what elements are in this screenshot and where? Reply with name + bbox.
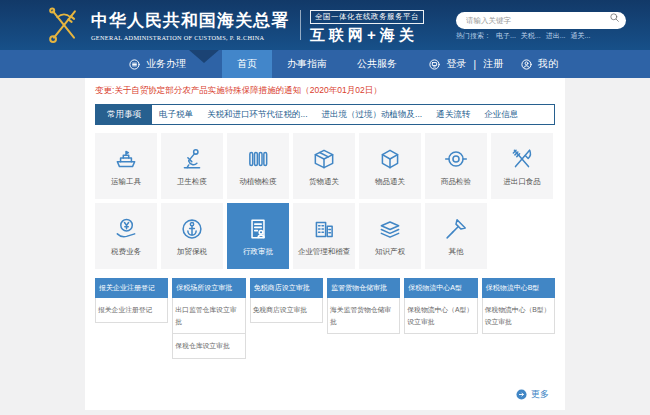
anchor-icon [179,216,205,242]
tab-tariff[interactable]: 关税和进口环节代征税的... [200,105,315,124]
hot-search-terms: 电子...关税...进出...通关... [496,31,590,41]
buildings-icon [311,216,337,242]
approval-category-button-customs-broker-reg[interactable]: 报关企业注册登记 [95,278,168,298]
approval-column-duty-free-shop: 免税商店设立审批免税商店设立审批 [250,278,323,323]
service-row: 税费业务加贸保税行政审批企业管理和稽查知识产权其他 [95,203,555,269]
service-row: 运输工具卫生检疫动植物检疫货物通关物品通关商品检验进出口食品 [95,133,555,199]
more-arrow-icon [516,389,527,400]
search-icon[interactable] [609,12,620,23]
services-grid: 运输工具卫生检疫动植物检疫货物通关物品通关商品检验进出口食品税费业务加贸保税行政… [85,125,565,269]
service-tile-buildings[interactable]: 企业管理和稽查 [293,203,355,269]
service-tile-label: 卫生检疫 [177,177,207,187]
platform-name: 互联网+海关 [310,26,424,45]
nav-account-area: 登录 | 注册 我的 [428,57,558,71]
approval-category-button-supervised-warehouse[interactable]: 监管货物仓储审批 [327,278,400,298]
approval-column-customs-broker-reg: 报关企业注册登记报关企业注册登记 [95,278,168,323]
approval-category-button-bonded-logistics-b[interactable]: 保税物流中心B型 [482,278,555,298]
approval-category-button-bonded-logistics-a[interactable]: 保税物流中心A型 [404,278,477,298]
quarantine-bars-icon [245,146,271,172]
service-tile-quarantine-bars[interactable]: 动植物检疫 [227,133,289,199]
service-tile-label: 税费业务 [111,247,141,257]
search-box [456,9,626,26]
site-title: 中华人民共和国海关总署 [91,9,289,32]
auth-separator: | [473,59,476,70]
service-tile-label: 加贸保税 [177,247,207,257]
tab-clearance-flow[interactable]: 通关流转 [429,105,477,124]
login-monitor-icon [428,58,441,71]
tab-e-tax-bill[interactable]: 电子税单 [152,105,200,124]
service-tile-ship[interactable]: 运输工具 [95,133,157,199]
hot-search-term[interactable]: 通关... [571,31,591,41]
platform-slogan: 全国一体化在线政务服务平台 互联网+海关 [310,5,424,45]
approval-item-link[interactable]: 保税仓库设立审批 [172,334,245,359]
service-tile-label: 商品检验 [441,177,471,187]
pushpin-icon [443,216,469,242]
nav-item-home[interactable]: 首页 [222,50,272,78]
approval-column-bonded-logistics-b: 保税物流中心B型保税物流中心（B型）设立审批 [482,278,555,334]
business-menu-button[interactable]: 业务办理 [128,57,186,71]
register-link[interactable]: 注册 [483,57,503,71]
category-tabbar: 常用事项电子税单关税和进口环节代征税的...进出境（过境）动植物及...通关流转… [95,104,555,125]
approval-doc-icon [245,216,271,242]
nav-item-public-service[interactable]: 公共服务 [342,50,412,78]
service-tile-label: 其他 [449,247,464,257]
search-area: 热门搜索： 电子...关税...进出...通关... [456,9,626,41]
platform-tag: 全国一体化在线政务服务平台 [310,10,424,24]
tab-common[interactable]: 常用事项 [96,105,152,124]
header-divider [300,10,301,40]
content-card: 变更:关于自贸协定部分农产品实施特殊保障措施的通知（2020年01月02日） 常… [85,78,565,410]
service-tile-pushpin[interactable]: 其他 [425,203,487,269]
service-tile-tax-yuan[interactable]: 税费业务 [95,203,157,269]
hot-search-term[interactable]: 电子... [496,31,516,41]
approval-item-link[interactable]: 出口监管仓库设立审批 [172,298,245,334]
user-icon [520,58,533,71]
main-nav: 业务办理 首页办事指南公共服务 登录 | 注册 我的 [0,50,650,78]
package-icon [311,146,337,172]
ship-icon [113,146,139,172]
service-tile-label: 进出口食品 [503,177,541,187]
service-tile-label: 知识产权 [375,247,405,257]
approval-column-supervised-warehouse: 监管货物仓储审批海关监管货物仓储审批 [327,278,400,334]
tab-animal-plant[interactable]: 进出境（过境）动植物及... [315,105,430,124]
hot-search-line: 热门搜索： 电子...关税...进出...通关... [456,31,626,41]
approval-columns: 报关企业注册登记报关企业注册登记保税场所设立审批出口监管仓库设立审批保税仓库设立… [85,269,565,359]
service-tile-label: 运输工具 [111,177,141,187]
cube-icon [377,146,403,172]
food-icon [509,146,535,172]
service-tile-microscope[interactable]: 卫生检疫 [161,133,223,199]
service-tile-label: 行政审批 [243,247,273,257]
tax-yuan-icon [113,216,139,242]
service-tile-inspection[interactable]: 商品检验 [425,133,487,199]
tab-enterprise-info[interactable]: 企业信息 [477,105,525,124]
more-button[interactable]: 更多 [516,388,549,401]
login-link[interactable]: 登录 [446,57,466,71]
approval-item-link[interactable]: 海关监管货物仓储审批 [327,298,400,334]
approval-item-link[interactable]: 报关企业注册登记 [95,298,168,323]
approval-column-bonded-premises: 保税场所设立审批出口监管仓库设立审批保税仓库设立审批 [172,278,245,359]
service-tile-anchor[interactable]: 加贸保税 [161,203,223,269]
approval-item-link[interactable]: 保税物流中心（B型）设立审批 [482,298,555,334]
my-account-link[interactable]: 我的 [538,57,558,71]
service-tile-food[interactable]: 进出口食品 [491,133,553,199]
hamburger-circle-icon [128,58,141,71]
nav-item-guide[interactable]: 办事指南 [272,50,342,78]
service-tile-cube[interactable]: 物品通关 [359,133,421,199]
inspection-icon [443,146,469,172]
approval-item-link[interactable]: 保税物流中心（A型）设立审批 [404,298,477,334]
hot-search-term[interactable]: 关税... [521,31,541,41]
site-subtitle: GENERAL ADMINISTRATION OF CUSTOMS, P. R.… [91,34,289,41]
approval-category-button-duty-free-shop[interactable]: 免税商店设立审批 [250,278,323,298]
approval-category-button-bonded-premises[interactable]: 保税场所设立审批 [172,278,245,298]
notice-link[interactable]: 变更:关于自贸协定部分农产品实施特殊保障措施的通知（2020年01月02日） [85,78,565,97]
service-tile-label: 企业管理和稽查 [298,247,351,257]
more-label: 更多 [531,388,549,401]
site-header: 中华人民共和国海关总署 GENERAL ADMINISTRATION OF CU… [0,0,650,50]
approval-item-link[interactable]: 免税商店设立审批 [250,298,323,323]
search-input[interactable] [456,12,626,29]
service-tile-approval-doc[interactable]: 行政审批 [227,203,289,269]
hot-search-term[interactable]: 进出... [546,31,566,41]
service-tile-package[interactable]: 货物通关 [293,133,355,199]
service-tile-label: 货物通关 [309,177,339,187]
hot-search-label: 热门搜索： [456,31,491,41]
service-tile-books[interactable]: 知识产权 [359,203,421,269]
